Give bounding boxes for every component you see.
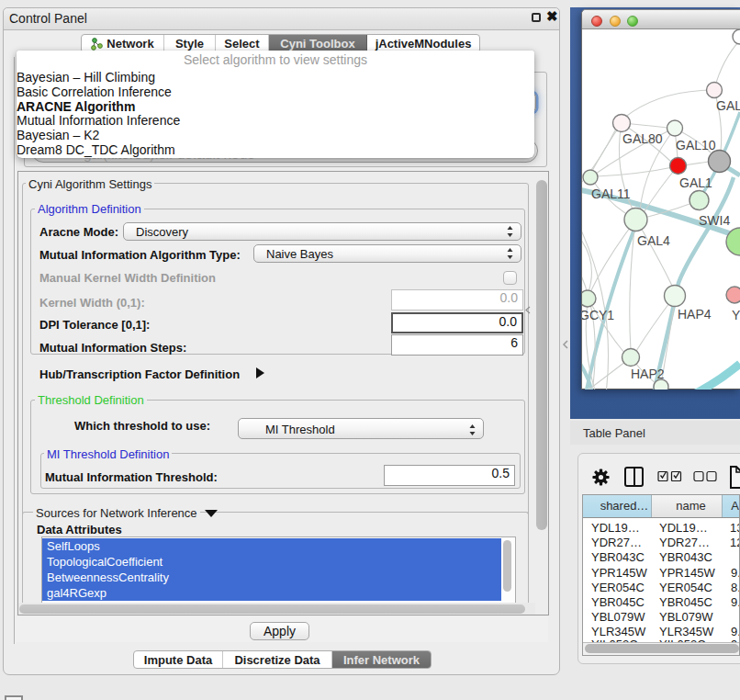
svg-text:SWI4: SWI4 [699,213,730,228]
svg-text:GAL10: GAL10 [676,138,716,152]
svg-text:HAP4: HAP4 [678,307,712,322]
svg-text:GCY1: GCY1 [582,308,614,322]
svg-text:Y: Y [732,308,740,322]
svg-text:GAL80: GAL80 [622,131,663,146]
svg-text:GAL11: GAL11 [591,186,631,201]
svg-text:GAL1: GAL1 [679,175,712,190]
svg-text:GAL7: GAL7 [716,98,740,113]
svg-text:HAP2: HAP2 [631,367,665,381]
svg-text:GAL4: GAL4 [637,233,670,248]
